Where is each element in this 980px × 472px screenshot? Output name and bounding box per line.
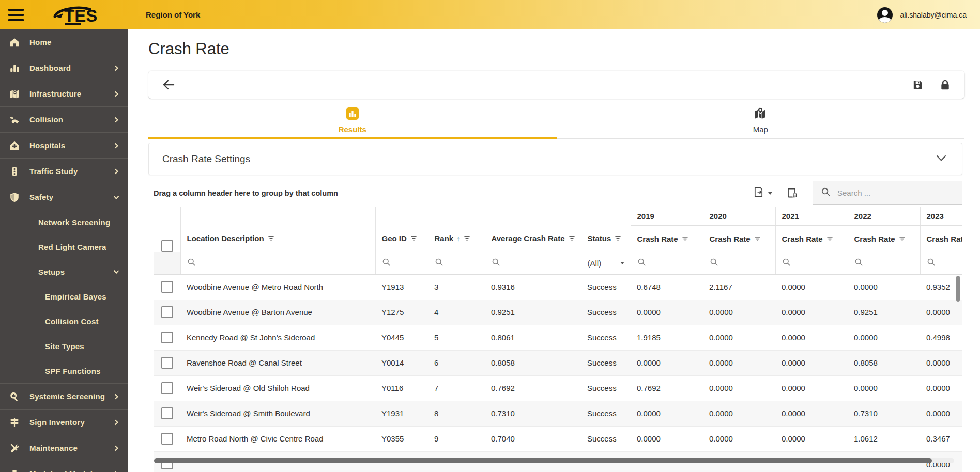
search-icon bbox=[492, 258, 500, 266]
select-all-cell bbox=[154, 207, 180, 252]
column-header-status[interactable]: Status bbox=[581, 207, 631, 252]
column-header-geo-id[interactable]: Geo ID bbox=[375, 207, 428, 252]
menu-icon[interactable] bbox=[8, 9, 24, 21]
search-icon bbox=[854, 258, 863, 266]
chevron-right-icon bbox=[112, 470, 120, 472]
sidebar-item-empirical-bayes[interactable]: Empirical Bayes bbox=[0, 284, 128, 309]
tab-results[interactable]: Results bbox=[148, 102, 557, 138]
column-header-location[interactable]: Location Description bbox=[180, 207, 375, 252]
tab-map[interactable]: Map bbox=[557, 102, 965, 138]
filter-cell-average[interactable] bbox=[485, 252, 581, 274]
filter-cell-location[interactable] bbox=[180, 252, 375, 274]
band-2022: 2022 bbox=[848, 207, 920, 225]
column-header-crash-rate-2020[interactable]: Crash Rate bbox=[703, 225, 775, 252]
sidebar-item-network-screening[interactable]: Network Screening bbox=[0, 210, 128, 234]
row-checkbox[interactable] bbox=[161, 433, 173, 445]
vertical-scrollbar-thumb[interactable] bbox=[956, 276, 960, 302]
sort-asc-icon: ↑ bbox=[456, 234, 460, 243]
sidebar-item-collision-cost[interactable]: Collision Cost bbox=[0, 309, 128, 334]
chevron-right-icon bbox=[112, 90, 120, 98]
infrastructure-map-icon bbox=[8, 88, 21, 100]
filter-cell-2023[interactable] bbox=[920, 252, 962, 274]
column-header-average-crash-rate[interactable]: Average Crash Rate bbox=[485, 207, 581, 252]
filter-cell-2022[interactable] bbox=[848, 252, 920, 274]
search-input[interactable] bbox=[836, 188, 957, 198]
chevron-right-icon bbox=[112, 141, 120, 150]
table-row: Woodbine Avenue @ Barton Avenue Y1275 4 … bbox=[154, 300, 962, 325]
filter-cell-status[interactable]: (All) bbox=[581, 252, 631, 274]
filter-cell-2021[interactable] bbox=[775, 252, 848, 274]
row-checkbox[interactable] bbox=[161, 281, 173, 293]
crash-rate-settings-panel[interactable]: Crash Rate Settings bbox=[148, 143, 962, 175]
horizontal-scrollbar[interactable] bbox=[154, 458, 954, 463]
filter-icon bbox=[682, 236, 688, 242]
sidebar-item-systemic-screening[interactable]: Systemic Screening bbox=[0, 383, 128, 409]
row-checkbox[interactable] bbox=[161, 332, 173, 343]
search-icon bbox=[187, 258, 196, 266]
dashboard-icon bbox=[8, 62, 21, 74]
region-title: Region of York bbox=[146, 10, 200, 19]
table-row: Woodbine Avenue @ Metro Road North Y1913… bbox=[154, 274, 962, 300]
sidebar-item-maintenance[interactable]: Maintenance bbox=[0, 435, 128, 461]
chevron-right-icon bbox=[112, 167, 120, 176]
lock-button[interactable] bbox=[939, 79, 951, 91]
select-all-checkbox[interactable] bbox=[161, 240, 173, 252]
user-avatar-icon bbox=[877, 7, 893, 23]
sign-inventory-icon bbox=[8, 416, 21, 429]
chevron-down-icon[interactable] bbox=[936, 154, 946, 164]
sidebar-item-red-light-camera[interactable]: Red Light Camera bbox=[0, 234, 128, 259]
column-header-rank[interactable]: Rank↑ bbox=[428, 207, 485, 252]
search-icon bbox=[821, 187, 831, 199]
page-title: Crash Rate bbox=[148, 40, 229, 58]
home-icon bbox=[8, 36, 21, 49]
grid-search bbox=[813, 181, 962, 205]
traffic-light-icon bbox=[8, 165, 21, 178]
row-checkbox[interactable] bbox=[161, 357, 173, 369]
filter-cell-geo-id[interactable] bbox=[375, 252, 428, 274]
column-header-crash-rate-2021[interactable]: Crash Rate bbox=[775, 225, 848, 252]
main-content: Crash Rate Results Map bbox=[128, 29, 980, 472]
maintenance-icon bbox=[8, 442, 21, 454]
action-toolbar bbox=[148, 71, 964, 99]
tes-logo: TES bbox=[51, 5, 112, 25]
sidebar-item-spf-functions[interactable]: SPF Functions bbox=[0, 358, 128, 383]
collision-icon bbox=[8, 114, 21, 126]
sidebar-item-collision[interactable]: Collision bbox=[0, 106, 128, 132]
save-button[interactable] bbox=[912, 79, 924, 91]
search-icon bbox=[382, 258, 391, 266]
chevron-right-icon bbox=[112, 392, 120, 401]
back-button[interactable] bbox=[162, 78, 175, 91]
sidebar-item-module-of-modules[interactable]: Module of Modules bbox=[0, 461, 128, 472]
column-header-crash-rate-2019[interactable]: Crash Rate bbox=[631, 225, 703, 252]
sidebar-item-safety[interactable]: Safety bbox=[0, 184, 128, 210]
filter-icon bbox=[464, 235, 470, 242]
status-badge: Success bbox=[581, 300, 631, 325]
user-menu[interactable]: ali.shalaby@cima.ca bbox=[877, 7, 967, 23]
chevron-right-icon bbox=[112, 64, 120, 72]
export-button[interactable] bbox=[753, 186, 772, 200]
row-checkbox[interactable] bbox=[161, 306, 173, 318]
bar-chart-icon bbox=[346, 107, 359, 122]
map-icon bbox=[754, 107, 767, 122]
filter-cell-2020[interactable] bbox=[703, 252, 775, 274]
filter-cell-rank[interactable] bbox=[428, 252, 485, 274]
sidebar-item-traffic-study[interactable]: Traffic Study bbox=[0, 158, 128, 184]
sidebar-item-dashboard[interactable]: Dashboard bbox=[0, 55, 128, 81]
column-header-crash-rate-2022[interactable]: Crash Rate bbox=[848, 225, 920, 252]
modules-icon bbox=[8, 468, 21, 472]
filter-cell-2019[interactable] bbox=[631, 252, 703, 274]
horizontal-scrollbar-thumb[interactable] bbox=[154, 458, 932, 463]
sidebar-item-site-types[interactable]: Site Types bbox=[0, 334, 128, 358]
sidebar-item-hospitals[interactable]: Hospitals bbox=[0, 132, 128, 158]
sidebar-item-infrastructure[interactable]: Infrastructure bbox=[0, 81, 128, 106]
sidebar-item-setups[interactable]: Setups bbox=[0, 259, 128, 284]
sidebar-item-home[interactable]: Home bbox=[0, 29, 128, 55]
status-badge: Success bbox=[581, 325, 631, 350]
status-badge: Success bbox=[581, 350, 631, 375]
column-chooser-button[interactable] bbox=[787, 187, 798, 199]
filter-icon bbox=[826, 236, 833, 242]
column-header-crash-rate-2023[interactable]: Crash Rate bbox=[920, 225, 962, 252]
sidebar-item-sign-inventory[interactable]: Sign Inventory bbox=[0, 409, 128, 435]
row-checkbox[interactable] bbox=[161, 407, 173, 419]
row-checkbox[interactable] bbox=[161, 382, 173, 394]
